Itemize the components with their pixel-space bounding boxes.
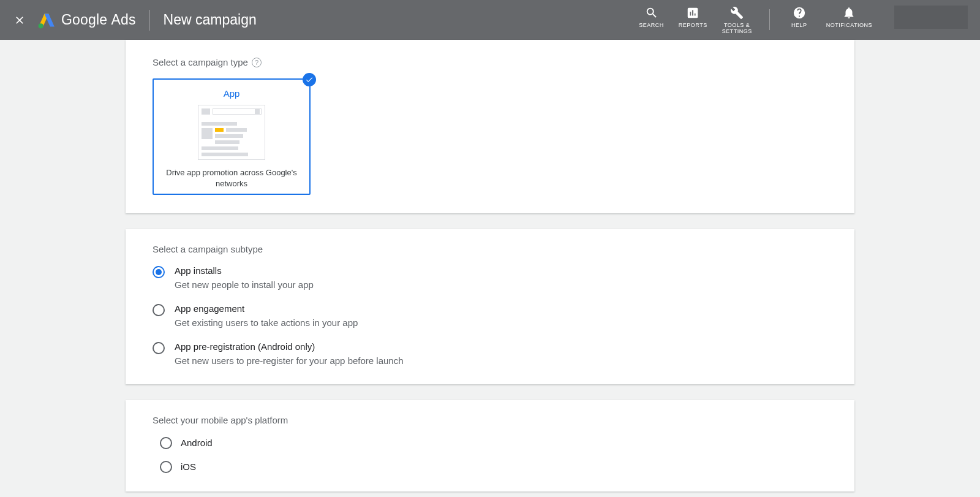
- account-switcher[interactable]: [894, 6, 968, 29]
- subtype-radio-group: App installs Get new people to install y…: [153, 265, 827, 366]
- campaign-type-label-text: Select a campaign type: [153, 57, 248, 67]
- platform-option-ios[interactable]: iOS: [160, 460, 827, 473]
- close-icon: [13, 14, 26, 26]
- search-icon: [645, 6, 658, 20]
- campaign-type-card: Select a campaign type ? App: [126, 40, 854, 213]
- header-separator-2: [769, 9, 770, 30]
- search-label: SEARCH: [639, 23, 664, 29]
- help-icon: [793, 6, 806, 20]
- radio-icon: [153, 342, 165, 354]
- help-label: HELP: [791, 23, 807, 29]
- radio-icon: [160, 437, 172, 449]
- subtype-label: Select a campaign subtype: [153, 244, 827, 254]
- notifications-label: NOTIFICATIONS: [826, 23, 872, 29]
- subtype-option-app-pre-registration[interactable]: App pre-registration (Android only) Get …: [153, 341, 827, 366]
- campaign-type-label: Select a campaign type ?: [153, 57, 827, 67]
- platform-label: Select your mobile app's platform: [153, 415, 827, 425]
- platform-radio-group: Android iOS: [153, 436, 827, 473]
- radio-icon: [153, 304, 165, 316]
- platform-option-label: Android: [181, 438, 213, 448]
- subtype-option-app-engagement[interactable]: App engagement Get existing users to tak…: [153, 303, 827, 328]
- platform-option-label: iOS: [181, 461, 196, 472]
- subtype-desc: Get new users to pre-register for your a…: [175, 355, 404, 366]
- campaign-type-title: App: [224, 88, 240, 99]
- reports-label: REPORTS: [679, 23, 707, 29]
- search-action[interactable]: SEARCH: [639, 6, 664, 29]
- brand-word-1: Google: [61, 12, 107, 28]
- subtype-title: App engagement: [175, 303, 358, 314]
- selected-check-badge: [303, 73, 316, 86]
- subtype-desc: Get new people to install your app: [175, 279, 314, 290]
- svg-point-0: [39, 23, 43, 28]
- tools-action[interactable]: TOOLS & SETTINGS: [722, 6, 752, 35]
- reports-action[interactable]: REPORTS: [679, 6, 707, 29]
- brand-text: Google Ads: [61, 12, 136, 28]
- app-header: Google Ads New campaign SEARCH REPORTS T…: [0, 0, 980, 40]
- brand-logo-group: Google Ads: [38, 12, 136, 29]
- close-button[interactable]: [12, 13, 27, 28]
- brand-word-2: Ads: [111, 12, 135, 28]
- subtype-title: App installs: [175, 265, 314, 276]
- subtype-desc: Get existing users to take actions in yo…: [175, 317, 358, 328]
- campaign-type-desc: Drive app promotion across Google's netw…: [160, 167, 303, 189]
- header-separator: [149, 10, 150, 31]
- check-icon: [305, 75, 314, 84]
- wrench-icon: [730, 6, 744, 20]
- campaign-subtype-card: Select a campaign subtype App installs G…: [126, 229, 854, 384]
- page-title: New campaign: [164, 12, 257, 28]
- reports-icon: [686, 6, 699, 20]
- subtype-title: App pre-registration (Android only): [175, 341, 404, 352]
- help-action[interactable]: HELP: [787, 6, 812, 29]
- google-ads-logo-icon: [38, 12, 55, 29]
- campaign-type-option-app[interactable]: App Drive app promotion across Google's …: [153, 78, 311, 195]
- content-area: Select a campaign type ? App: [0, 40, 980, 497]
- platform-option-android[interactable]: Android: [160, 436, 827, 449]
- subtype-option-app-installs[interactable]: App installs Get new people to install y…: [153, 265, 827, 290]
- notifications-action[interactable]: NOTIFICATIONS: [826, 6, 872, 29]
- radio-icon: [160, 461, 172, 473]
- tools-label: TOOLS & SETTINGS: [722, 23, 752, 35]
- radio-icon: [153, 266, 165, 278]
- platform-card: Select your mobile app's platform Androi…: [126, 400, 854, 491]
- bell-icon: [842, 6, 856, 20]
- header-actions: SEARCH REPORTS TOOLS & SETTINGS HELP NOT…: [639, 6, 968, 35]
- help-tooltip-icon[interactable]: ?: [252, 58, 262, 67]
- app-illustration: [198, 105, 265, 160]
